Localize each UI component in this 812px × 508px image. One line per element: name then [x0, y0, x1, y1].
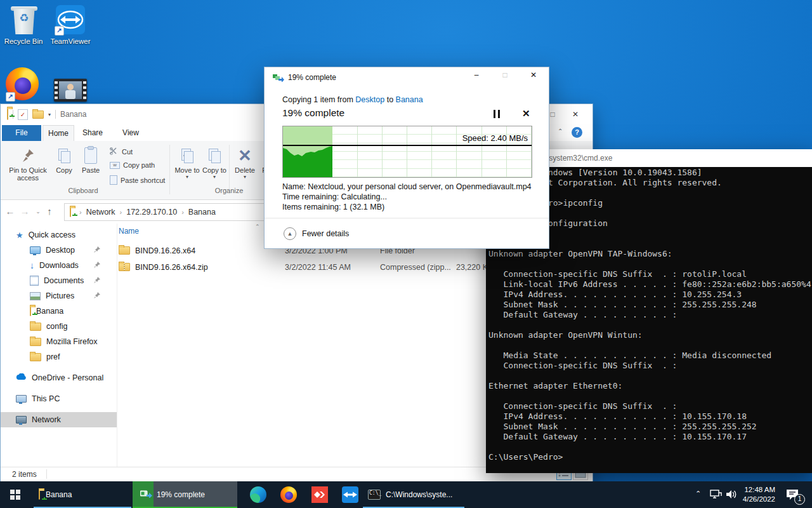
dialog-minimize-button[interactable]: – [469, 67, 484, 83]
network-tray-icon[interactable] [709, 489, 722, 502]
dialog-titlebar[interactable]: 19% complete – □ ✕ [265, 67, 549, 88]
breadcrumb-host[interactable]: 172.29.170.10 [126, 208, 177, 217]
taskbar-progress-button[interactable]: 19% complete [133, 481, 237, 508]
anydesk-icon [311, 486, 328, 503]
sidebar-item-onedrive[interactable]: OneDrive - Personal [1, 370, 117, 385]
name-column-header[interactable]: Name [119, 227, 139, 236]
up-button[interactable]: ↑ [43, 204, 56, 219]
help-icon[interactable]: ? [572, 127, 582, 138]
forward-button[interactable]: → [18, 204, 32, 219]
notification-badge: 1 [794, 494, 805, 505]
speed-history-area [283, 145, 332, 177]
edge-icon [250, 486, 266, 503]
cut-button[interactable]: Cut [110, 147, 133, 156]
properties-qat-icon[interactable]: ✓ [18, 109, 28, 120]
quick-access-star-icon: ★ [16, 231, 23, 240]
dialog-close-button[interactable]: ✕ [526, 67, 541, 83]
taskbar-edge-button[interactable] [244, 481, 273, 508]
dropdown-icon: ▾ [213, 174, 216, 180]
taskbar-clock[interactable]: 12:48 AM 4/26/2022 [743, 485, 775, 504]
sidebar-item-banana[interactable]: Banana [1, 304, 117, 319]
teamviewer-label[interactable]: TeamViewer [45, 37, 96, 45]
video-file-desktop-icon[interactable] [54, 79, 87, 102]
taskbar-explorer-button[interactable]: Banana [34, 481, 131, 508]
folder-icon [30, 338, 41, 346]
sidebar-item-network[interactable]: Network [1, 412, 117, 427]
breadcrumb-banana[interactable]: Banana [188, 208, 216, 217]
dropdown-icon: ▾ [244, 174, 246, 180]
copy-to-button[interactable]: Copy to▾ [202, 145, 226, 180]
breadcrumb-separator-icon: › [120, 208, 122, 216]
tab-view[interactable]: View [114, 125, 148, 141]
sidebar-item-mozilla-firefox[interactable]: Mozilla Firefox [1, 334, 117, 349]
taskbar-teamviewer-button[interactable] [336, 481, 365, 508]
delete-x-icon: ✕ [238, 145, 252, 166]
breadcrumb-network[interactable]: Network [86, 208, 115, 217]
sidebar-item-config[interactable]: config [1, 319, 117, 334]
pin-to-quick-access-button[interactable]: Pin to Quick access [6, 145, 50, 182]
volume-tray-icon[interactable] [726, 489, 738, 502]
teamviewer-desktop-icon[interactable]: ↗ [55, 5, 86, 36]
sidebar-item-documents[interactable]: Documents [1, 273, 117, 288]
recycle-bin-icon[interactable]: ♻ [8, 3, 41, 38]
sidebar-item-this-pc[interactable]: This PC [1, 391, 117, 406]
taskbar-cmd-button[interactable]: C:\_ C:\Windows\syste... [363, 481, 464, 508]
tray-date: 4/26/2022 [743, 495, 775, 504]
shortcut-arrow-icon: ↗ [55, 26, 64, 36]
destination-link[interactable]: Banana [396, 95, 423, 104]
move-to-button[interactable]: Move to▾ [174, 145, 200, 180]
new-folder-qat-icon[interactable] [32, 110, 44, 119]
sidebar-item-desktop[interactable]: Desktop [1, 243, 117, 258]
sidebar-item-downloads[interactable]: ↓ Downloads [1, 258, 117, 273]
tab-home[interactable]: Home [43, 125, 74, 142]
recycle-bin-label[interactable]: Recycle Bin [0, 37, 49, 45]
dialog-maximize-button[interactable]: □ [497, 67, 513, 83]
progress-heading: 19% complete [282, 107, 344, 119]
copy-progress-dialog: 19% complete – □ ✕ Copying 1 item from D… [264, 67, 549, 249]
sidebar-item-pref[interactable]: pref [1, 349, 117, 364]
back-button[interactable]: ← [3, 204, 17, 219]
firefox-desktop-icon[interactable]: ↗ [6, 67, 40, 102]
ribbon-collapse-icon[interactable]: ⌃ [558, 128, 563, 135]
scissors-icon [110, 147, 119, 156]
cancel-copy-button[interactable]: ✕ [522, 108, 530, 119]
qat-customize-icon[interactable]: ▾ [48, 112, 51, 117]
taskbar: Banana 19% complete C:\_ C:\Windows\syst… [0, 481, 812, 508]
start-button[interactable] [0, 481, 30, 508]
copy-path-icon: W [110, 162, 120, 169]
breadcrumb-folder-icon [70, 208, 71, 217]
speed-graph: Speed: 2.40 MB/s [282, 126, 532, 178]
tab-file[interactable]: File [2, 125, 41, 141]
desktop: ♻ Recycle Bin ↗ TeamViewer ↗ ✓ ▾ [0, 0, 812, 508]
close-button[interactable]: ✕ [568, 107, 583, 122]
pin-icon [94, 276, 100, 285]
fewer-details-button[interactable]: ▲ Fewer details [284, 227, 349, 240]
tray-time: 12:48 AM [743, 485, 775, 495]
move-to-icon [181, 145, 193, 166]
sidebar-item-pictures[interactable]: Pictures [1, 288, 117, 304]
copy-button[interactable]: Copy [53, 145, 75, 174]
sort-ascending-icon[interactable]: ⌃ [255, 224, 260, 230]
network-folder-window-icon [7, 109, 8, 120]
firefox-icon [280, 486, 297, 503]
folder-icon [119, 246, 130, 255]
windows-logo-icon [10, 490, 20, 500]
show-hidden-icons-button[interactable]: ⌃ [695, 490, 701, 498]
tab-share[interactable]: Share [75, 125, 110, 141]
shortcut-arrow-icon: ↗ [6, 92, 15, 102]
copy-icon [58, 145, 70, 166]
source-link[interactable]: Desktop [355, 95, 384, 104]
clipboard-group-label: Clipboard [39, 187, 128, 194]
sidebar-item-quick-access[interactable]: ★ Quick access [1, 227, 117, 243]
pause-button[interactable] [494, 110, 500, 118]
paste-shortcut-button[interactable]: Paste shortcut [110, 175, 165, 185]
taskbar-firefox-button[interactable] [274, 481, 303, 508]
navigation-pane: ★ Quick access Desktop ↓ Downloads Docum… [1, 224, 117, 467]
delete-button[interactable]: ✕ Delete▾ [232, 145, 258, 180]
copy-path-button[interactable]: W Copy path [110, 161, 155, 169]
paste-button[interactable]: Paste [78, 145, 103, 174]
window-title: Banana [60, 110, 86, 119]
taskbar-anydesk-button[interactable] [305, 481, 334, 508]
pushpin-icon [21, 145, 35, 166]
paste-shortcut-icon [110, 175, 117, 185]
